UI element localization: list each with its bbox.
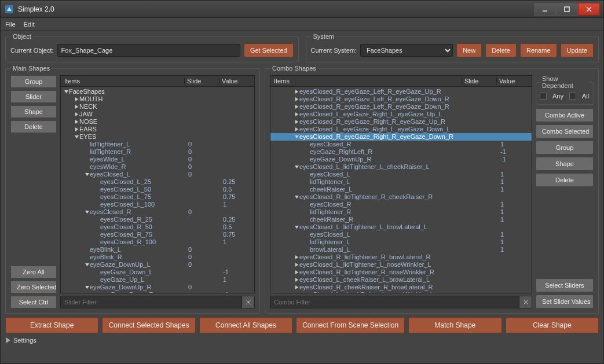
tree-row[interactable]: EARS bbox=[61, 126, 254, 133]
cs-group-button[interactable]: Group bbox=[536, 141, 594, 155]
chevron-right-icon[interactable] bbox=[294, 90, 299, 94]
tree-row[interactable]: lidTightener_L1 bbox=[270, 238, 532, 246]
tree-row[interactable]: eyesClosed_R_250.25 bbox=[61, 216, 254, 223]
connect-selected-shapes-button[interactable]: Connect Selected Shapes bbox=[102, 317, 195, 333]
tree-row[interactable]: eyesClosed_R_1001 bbox=[61, 238, 254, 246]
ms-group-button[interactable]: Group bbox=[10, 75, 57, 88]
chevron-right-icon[interactable] bbox=[74, 105, 79, 109]
chevron-down-icon[interactable] bbox=[294, 165, 299, 169]
minimize-button[interactable] bbox=[534, 3, 556, 16]
tree-row[interactable]: JAW bbox=[61, 111, 254, 118]
tree-row[interactable]: lidTightener_L1 bbox=[270, 178, 532, 186]
tree-row[interactable]: eyesClosed_R_lidTightener_R_noseWrinkler… bbox=[270, 269, 532, 276]
current-system-select[interactable]: FaceShapes bbox=[360, 44, 453, 57]
chevron-right-icon[interactable] bbox=[74, 97, 79, 101]
chevron-down-icon[interactable] bbox=[294, 195, 299, 199]
tree-row[interactable]: FaceShapes bbox=[61, 88, 254, 95]
ms-col-items[interactable]: Items bbox=[61, 78, 185, 84]
tree-row[interactable]: eyesClosed_R_eyeGaze_Left_R_eyeGaze_Down… bbox=[270, 103, 532, 111]
tree-row[interactable]: eyeGaze_DownUp_R0 bbox=[61, 284, 254, 291]
tree-row[interactable]: lidTightener_R0 bbox=[61, 148, 254, 156]
combo-filter-input[interactable] bbox=[270, 296, 519, 308]
system-update-button[interactable]: Update bbox=[561, 43, 594, 57]
cs-tree[interactable]: eyesClosed_R_eyeGaze_Left_R_eyeGaze_Up_R… bbox=[270, 87, 532, 293]
connect-from-scene-button[interactable]: Connect From Scene Selection bbox=[296, 317, 405, 333]
tree-row[interactable]: eyesWide_L0 bbox=[61, 156, 254, 163]
system-delete-button[interactable]: Delete bbox=[485, 43, 517, 57]
tree-row[interactable]: eyesClosed_L_250.25 bbox=[61, 178, 254, 186]
chevron-down-icon[interactable] bbox=[294, 225, 299, 229]
ms-tree[interactable]: FaceShapesMOUTHNECKJAWNOSEEARSEYESlidTig… bbox=[60, 87, 255, 293]
chevron-right-icon[interactable] bbox=[294, 127, 299, 131]
chevron-right-icon[interactable] bbox=[294, 285, 299, 289]
chevron-right-icon[interactable] bbox=[294, 263, 299, 267]
tree-row[interactable]: MOUTH bbox=[61, 95, 254, 103]
chevron-right-icon[interactable] bbox=[294, 120, 299, 124]
get-selected-button[interactable]: Get Selected bbox=[244, 43, 294, 57]
ms-delete-button[interactable]: Delete bbox=[10, 120, 57, 133]
any-checkbox[interactable] bbox=[540, 93, 547, 100]
match-shape-button[interactable]: Match Shape bbox=[408, 317, 501, 333]
tree-row[interactable]: eyesClosed_L_cheekRaiser_L_browLateral_L bbox=[270, 276, 532, 284]
tree-row[interactable]: eyesClosed_R_500.5 bbox=[61, 223, 254, 231]
select-sliders-button[interactable]: Select Sliders bbox=[536, 278, 594, 292]
chevron-right-icon[interactable] bbox=[74, 112, 79, 116]
combo-filter-clear[interactable] bbox=[519, 296, 532, 308]
slider-filter-clear[interactable] bbox=[242, 296, 255, 308]
cs-col-slide[interactable]: Slide bbox=[462, 78, 497, 84]
tree-row[interactable]: eyesClosed_L_750.75 bbox=[61, 193, 254, 201]
connect-all-shapes-button[interactable]: Connect All Shapes bbox=[199, 317, 292, 333]
tree-row[interactable]: eyesClosed_R1 bbox=[270, 201, 532, 208]
chevron-down-icon[interactable] bbox=[84, 210, 90, 214]
tree-row[interactable]: eyesClosed_R0 bbox=[61, 208, 254, 216]
ms-col-slide[interactable]: Slide bbox=[185, 78, 219, 84]
combo-active-button[interactable]: Combo Active bbox=[536, 108, 594, 122]
clear-shape-button[interactable]: Clear Shape bbox=[506, 317, 599, 333]
cs-delete-button[interactable]: Delete bbox=[536, 173, 594, 187]
tree-row[interactable]: eyesClosed_L1 bbox=[270, 231, 532, 238]
close-button[interactable] bbox=[578, 3, 600, 16]
tree-row[interactable]: eyesClosed_L_cheekRaiser_L_noseWrinkler_… bbox=[270, 291, 532, 293]
chevron-down-icon[interactable] bbox=[84, 263, 90, 267]
maximize-button[interactable] bbox=[556, 3, 578, 16]
cs-col-items[interactable]: Items bbox=[270, 78, 462, 84]
chevron-right-icon[interactable] bbox=[294, 97, 299, 101]
cs-col-value[interactable]: Value bbox=[497, 78, 532, 84]
tree-row[interactable]: eyeGaze_Up_L1 bbox=[61, 276, 254, 284]
menu-file[interactable]: File bbox=[5, 21, 16, 28]
settings-toggle[interactable]: Settings bbox=[5, 337, 599, 344]
tree-row[interactable]: eyesClosed_L_lidTightener_L_noseWrinkler… bbox=[270, 261, 532, 269]
chevron-down-icon[interactable] bbox=[84, 285, 90, 289]
ms-shape-button[interactable]: Shape bbox=[10, 105, 57, 118]
tree-row[interactable]: eyeGaze_Down_R-1 bbox=[61, 291, 254, 293]
system-rename-button[interactable]: Rename bbox=[520, 43, 557, 57]
tree-row[interactable]: eyesClosed_R_750.75 bbox=[61, 231, 254, 238]
tree-row[interactable]: eyeGaze_Down_L-1 bbox=[61, 269, 254, 276]
tree-row[interactable]: eyeGaze_DownUp_R-1 bbox=[270, 156, 532, 163]
chevron-right-icon[interactable] bbox=[294, 255, 299, 259]
chevron-right-icon[interactable] bbox=[294, 105, 299, 109]
ms-zero-selected-button[interactable]: Zero Selected bbox=[10, 281, 57, 293]
tree-row[interactable]: eyesClosed_L0 bbox=[61, 171, 254, 178]
tree-row[interactable]: eyesClosed_R_lidTightener_R_cheekRaiser_… bbox=[270, 193, 532, 201]
tree-row[interactable]: eyesClosed_L_eyeGaze_Right_L_eyeGaze_Dow… bbox=[270, 126, 532, 133]
ms-slider-button[interactable]: Slider bbox=[10, 90, 57, 103]
tree-row[interactable]: eyesClosed_R1 bbox=[270, 141, 532, 148]
tree-row[interactable]: eyesClosed_R_cheekRaiser_R_browLateral_R bbox=[270, 284, 532, 291]
tree-row[interactable]: eyesClosed_R_eyeGaze_Left_R_eyeGaze_Up_R bbox=[270, 88, 532, 95]
combo-selected-button[interactable]: Combo Selected bbox=[536, 124, 594, 138]
tree-row[interactable]: eyesWide_R0 bbox=[61, 163, 254, 171]
tree-row[interactable]: eyesClosed_R_eyeGaze_Right_R_eyeGaze_Up_… bbox=[270, 118, 532, 126]
tree-row[interactable]: browLateral_L1 bbox=[270, 246, 532, 253]
tree-row[interactable]: lidTightener_L0 bbox=[61, 141, 254, 148]
tree-row[interactable]: eyeBlink_R0 bbox=[61, 253, 254, 261]
menu-edit[interactable]: Edit bbox=[24, 21, 35, 28]
tree-row[interactable]: eyeBlink_L0 bbox=[61, 246, 254, 253]
chevron-right-icon[interactable] bbox=[74, 127, 79, 131]
tree-row[interactable]: eyesClosed_L_eyeGaze_Right_L_eyeGaze_Up_… bbox=[270, 111, 532, 118]
tree-row[interactable]: eyesClosed_R_eyeGaze_Left_R_eyeGaze_Down… bbox=[270, 95, 532, 103]
chevron-right-icon[interactable] bbox=[294, 112, 299, 116]
tree-row[interactable]: lidTightener_R1 bbox=[270, 208, 532, 216]
chevron-down-icon[interactable] bbox=[63, 90, 69, 94]
tree-row[interactable]: eyesClosed_R_eyeGaze_Right_R_eyeGaze_Dow… bbox=[270, 133, 532, 141]
